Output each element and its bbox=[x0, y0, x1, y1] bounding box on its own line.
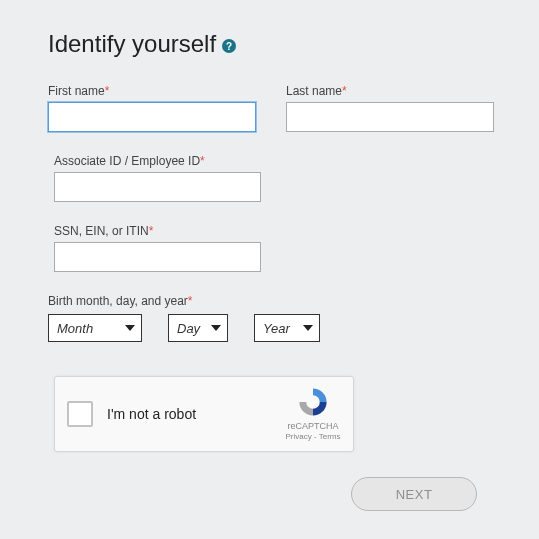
page-title: Identify yourself bbox=[48, 30, 216, 58]
birth-day-select[interactable]: Day bbox=[168, 314, 228, 342]
last-name-input[interactable] bbox=[286, 102, 494, 132]
recaptcha-checkbox[interactable] bbox=[67, 401, 93, 427]
birth-year-select[interactable]: Year bbox=[254, 314, 320, 342]
recaptcha-label: I'm not a robot bbox=[107, 406, 196, 422]
birth-label: Birth month, day, and year* bbox=[48, 294, 491, 308]
associate-id-label: Associate ID / Employee ID* bbox=[54, 154, 261, 168]
chevron-down-icon bbox=[211, 325, 221, 331]
first-name-input[interactable] bbox=[48, 102, 256, 132]
ssn-label: SSN, EIN, or ITIN* bbox=[54, 224, 261, 238]
recaptcha-brand: reCAPTCHA bbox=[283, 421, 343, 431]
birth-month-select[interactable]: Month bbox=[48, 314, 142, 342]
recaptcha-links[interactable]: Privacy - Terms bbox=[283, 432, 343, 441]
chevron-down-icon bbox=[125, 325, 135, 331]
recaptcha-icon bbox=[296, 385, 330, 419]
last-name-label: Last name* bbox=[286, 84, 494, 98]
first-name-label: First name* bbox=[48, 84, 256, 98]
associate-id-input[interactable] bbox=[54, 172, 261, 202]
chevron-down-icon bbox=[303, 325, 313, 331]
help-icon[interactable]: ? bbox=[222, 39, 236, 53]
next-button[interactable]: NEXT bbox=[351, 477, 477, 511]
ssn-input[interactable] bbox=[54, 242, 261, 272]
recaptcha-widget: I'm not a robot reCAPTCHA Privacy - Term… bbox=[54, 376, 354, 452]
